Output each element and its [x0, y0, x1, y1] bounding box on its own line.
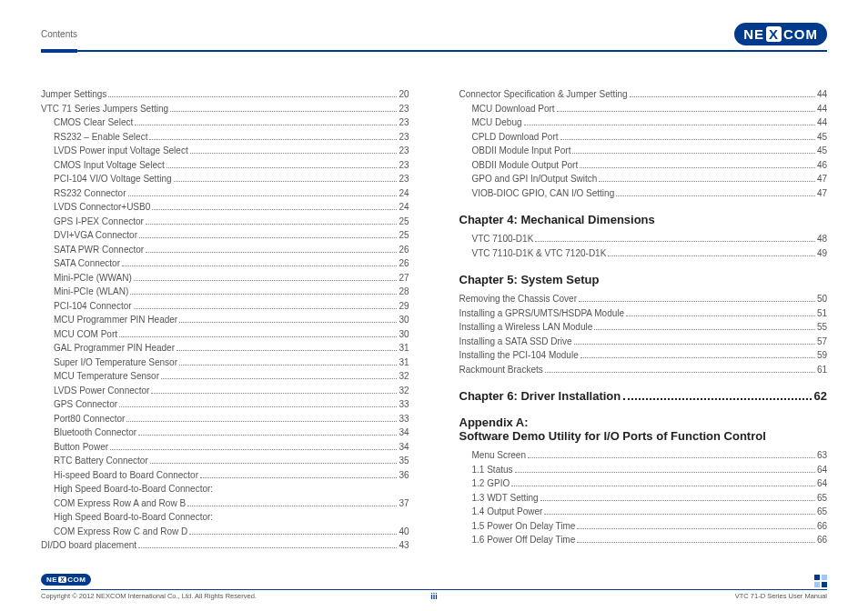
- section-label: Contents: [41, 29, 77, 39]
- toc-page: 34: [399, 426, 409, 440]
- toc-page: 32: [399, 369, 409, 384]
- toc-page: 45: [817, 144, 827, 158]
- toc-entry: CPLD Download Port45: [459, 130, 828, 145]
- toc-entry: Mini-PCIe (WLAN)28: [41, 285, 409, 299]
- toc-entry: GPS I-PEX Connector25: [41, 215, 409, 229]
- toc-entry: Installing a Wireless LAN Module55: [459, 320, 828, 335]
- toc-label: VTC 7100-D1K: [472, 232, 534, 246]
- toc-page: 27: [399, 271, 409, 285]
- chapter-heading: Chapter 5: System Setup: [459, 273, 828, 286]
- toc-page: 44: [817, 87, 827, 102]
- toc-entry: Super I/O Temperature Sensor31: [41, 356, 409, 370]
- toc-label: 1.5 Power On Delay Time: [472, 519, 576, 534]
- toc-label: RTC Battery Connector: [54, 454, 148, 468]
- toc-label: OBDII Module Input Port: [472, 144, 571, 158]
- toc-page: 23: [399, 144, 409, 158]
- toc-entry: LVDS Power input Voltage Select23: [41, 144, 409, 158]
- toc-label: OBDII Module Output Port: [472, 158, 579, 173]
- toc-entry: GAL Programmer PIN Header31: [41, 341, 409, 356]
- toc-page: 26: [399, 256, 409, 271]
- toc-page: 44: [817, 115, 827, 130]
- toc-label: 1.1 Status: [472, 463, 513, 477]
- toc-entry: OBDII Module Input Port45: [459, 144, 828, 158]
- toc-entry: CMOS Clear Select23: [41, 115, 409, 130]
- toc-entry: Hi-speed Board to Board Connector36: [41, 468, 409, 483]
- brand-logo: NE X COM: [734, 23, 827, 45]
- toc-label: Connector Specification & Jumper Setting: [459, 87, 628, 102]
- toc-entry: GPS Connector33: [41, 397, 409, 412]
- toc-entry: Installing a GPRS/UMTS/HSDPA Module51: [459, 306, 828, 321]
- toc-entry: SATA Connector26: [41, 256, 409, 271]
- toc-page: 64: [817, 476, 827, 491]
- toc-label: Super I/O Temperature Sensor: [54, 356, 177, 370]
- toc-page: 48: [817, 232, 827, 246]
- toc-page: 55: [817, 320, 827, 335]
- toc-entry: PCI-104 Connector29: [41, 299, 409, 314]
- toc-page: 45: [817, 130, 827, 145]
- chapter-heading: Chapter 6: Driver Installation62: [459, 389, 828, 403]
- appendix-heading-line2: Software Demo Utility for I/O Ports of F…: [459, 429, 828, 443]
- toc-entry: 1.5 Power On Delay Time66: [459, 519, 828, 534]
- toc-entry: LVDS Connector+USB024: [41, 200, 409, 215]
- toc-label: Installing a Wireless LAN Module: [459, 320, 593, 335]
- toc-label: GPS Connector: [54, 397, 117, 412]
- brand-text-mid: X: [766, 26, 782, 42]
- toc-label: CPLD Download Port: [472, 130, 559, 145]
- toc-label: 1.4 Output Power: [472, 505, 543, 519]
- toc-page: 30: [399, 327, 409, 342]
- toc-entry: MCU Temperature Sensor32: [41, 369, 409, 384]
- toc-entry: MCU Programmer PIN Header30: [41, 313, 409, 327]
- toc-entry: DVI+VGA Connector25: [41, 228, 409, 243]
- toc-page: 24: [399, 200, 409, 215]
- toc-page: 49: [817, 246, 827, 261]
- toc-entry: 1.4 Output Power65: [459, 505, 828, 519]
- toc-entry: MCU Debug44: [459, 115, 828, 130]
- toc-page: 23: [399, 172, 409, 186]
- toc-label: GAL Programmer PIN Header: [54, 341, 175, 356]
- toc-entry: VIOB-DIOC GPIO, CAN I/O Setting47: [459, 186, 828, 201]
- toc-label: 1.3 WDT Setting: [472, 491, 539, 506]
- toc-label: MCU COM Port: [54, 327, 117, 342]
- toc-entry: RS232 Connector24: [41, 186, 409, 201]
- toc-entry: LVDS Power Connector32: [41, 384, 409, 398]
- toc-entry: Connector Specification & Jumper Setting…: [459, 87, 828, 102]
- toc-entry: DI/DO board placement43: [41, 538, 409, 553]
- toc-entry: Button Power34: [41, 440, 409, 455]
- toc-page: 29: [399, 299, 409, 314]
- toc-entry: GPO and GPI In/Output Switch47: [459, 172, 828, 186]
- toc-column-right: Connector Specification & Jumper Setting…: [459, 87, 828, 553]
- toc-page: 24: [399, 186, 409, 201]
- toc-entry: RS232 – Enable Select23: [41, 130, 409, 145]
- toc-entry: CMOS Input Voltage Select23: [41, 158, 409, 173]
- toc-page: 33: [399, 412, 409, 426]
- toc-label: 1.2 GPIO: [472, 476, 510, 491]
- toc-page: 33: [399, 397, 409, 412]
- toc-label: Installing the PCI-104 Module: [459, 348, 579, 363]
- toc-label: LVDS Connector+USB0: [54, 200, 150, 215]
- toc-page: 28: [399, 285, 409, 299]
- toc-entry: 1.2 GPIO64: [459, 476, 828, 491]
- toc-entry: VTC 7110-D1K & VTC 7120-D1K49: [459, 246, 828, 261]
- toc-label: PCI-104 Connector: [54, 299, 132, 314]
- header-rule: [41, 49, 827, 53]
- toc-page: 44: [817, 102, 827, 116]
- toc-page: 63: [817, 448, 827, 463]
- toc-page: 61: [817, 363, 827, 377]
- toc-column-left: Jumper Settings20VTC 71 Series Jumpers S…: [41, 87, 409, 553]
- toc-label: Mini-PCIe (WWAN): [54, 271, 132, 285]
- toc-page: 23: [399, 115, 409, 130]
- toc-label: SATA Connector: [54, 256, 120, 271]
- toc-page: 25: [399, 228, 409, 243]
- toc-entry: VTC 71 Series Jumpers Setting23: [41, 102, 409, 116]
- toc-page: 66: [817, 533, 827, 547]
- toc-entry: Port80 Connector33: [41, 412, 409, 426]
- toc-label: GPO and GPI In/Output Switch: [472, 172, 598, 186]
- toc-entry: Installing the PCI-104 Module59: [459, 348, 828, 363]
- footer-squares-icon: [814, 575, 827, 587]
- toc-page: 36: [399, 468, 409, 483]
- toc-page: 65: [817, 505, 827, 519]
- toc-page: 46: [817, 158, 827, 173]
- toc-entry: High Speed Board-to-Board Connector:: [41, 510, 409, 525]
- toc-page: 65: [817, 491, 827, 506]
- toc-page: 23: [399, 102, 409, 116]
